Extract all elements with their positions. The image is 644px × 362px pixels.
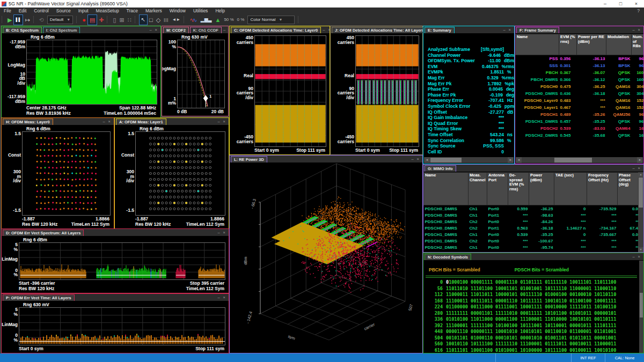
panel-close-icon[interactable]: × bbox=[636, 27, 642, 33]
recording-save-icon[interactable]: ▤ bbox=[87, 14, 97, 25]
panel-close-icon[interactable]: × bbox=[636, 254, 642, 260]
mimo-cell: PDSCH1_DMRS bbox=[424, 231, 469, 238]
scroll-left-icon[interactable]: ◄ bbox=[424, 157, 430, 163]
scroll-left-icon[interactable]: ◄ bbox=[516, 157, 522, 163]
scroll-right-icon[interactable]: ► bbox=[637, 157, 643, 163]
scroll-up-icon[interactable]: ▲ bbox=[638, 172, 643, 177]
tab-decoded-0[interactable]: N: Decoded Symbols bbox=[425, 254, 471, 260]
play-icon[interactable]: ▶ bbox=[6, 15, 13, 25]
x-axis-row-0: Start 0 symStop 111 sym bbox=[254, 147, 325, 153]
pause-icon[interactable]: ▌▌ bbox=[13, 14, 23, 25]
panel-close-icon[interactable]: × bbox=[153, 27, 159, 33]
tab-errtime-0[interactable]: P: OFDM Err Vect Time: All Layers bbox=[3, 294, 75, 301]
x-label-right-0: Stop 395 carrier bbox=[190, 280, 224, 286]
minimize-button[interactable]: – bbox=[597, 0, 613, 8]
scroll-thumb[interactable] bbox=[430, 158, 462, 162]
table-row: PDSCH0_DMRSCh1Port1***-98.63********* bbox=[424, 212, 644, 218]
peak-icon[interactable]: ▲ bbox=[213, 15, 222, 25]
menu-item-window[interactable]: Window bbox=[166, 8, 189, 14]
tab-power3d-0[interactable]: L: RE Power 3D bbox=[231, 156, 267, 162]
tab-ccdf-0[interactable]: M: CCDF2 bbox=[163, 27, 189, 33]
tab-spec-1[interactable]: I: Ch2 Spectrum bbox=[43, 27, 80, 33]
wave-trace2-icon[interactable]: ∿ bbox=[191, 15, 199, 25]
panel-minimize-icon[interactable]: – bbox=[216, 230, 221, 236]
tab-alloc0-0[interactable]: C: OFDM Detected Allocations Time: Layer… bbox=[231, 27, 321, 33]
menu-item-input[interactable]: Input bbox=[75, 8, 92, 14]
decoded-vscrollbar[interactable] bbox=[639, 261, 643, 353]
tab-spec-0[interactable]: B: Ch1 Spectrum bbox=[3, 27, 42, 33]
panel-minimize-icon[interactable]: – bbox=[101, 119, 106, 125]
mimo-vscrollbar[interactable]: ▲▼ bbox=[638, 172, 643, 252]
restart-icon[interactable]: ⟲ bbox=[38, 15, 46, 25]
frame-hscrollbar[interactable]: ◄► bbox=[516, 157, 643, 163]
decoded-row-bits: 11100011 00111011 00001110 10111111 1001… bbox=[446, 298, 616, 304]
scroll-down-icon[interactable]: ▼ bbox=[638, 247, 643, 252]
y-axis-label-0: 1.5 bbox=[128, 131, 134, 136]
select-cursor-icon[interactable]: ↖ bbox=[139, 14, 148, 25]
help-shortcut[interactable]: ? bbox=[637, 8, 644, 13]
marker-pair-icon[interactable]: ◄► bbox=[170, 15, 182, 25]
maximize-button[interactable]: □ bbox=[613, 0, 628, 8]
panel-close-icon[interactable]: × bbox=[107, 119, 112, 125]
range-label: Rng 6 dBm bbox=[140, 126, 164, 131]
scroll-right-icon[interactable]: ► bbox=[508, 157, 514, 163]
menu-item-meassetup[interactable]: MeasSetup bbox=[92, 8, 123, 14]
panel-close-icon[interactable]: × bbox=[222, 294, 227, 301]
panel-close-icon[interactable]: × bbox=[636, 165, 642, 172]
tab-ccdf-1[interactable]: K: Ch1 CCDF bbox=[190, 27, 222, 33]
menu-item-markers[interactable]: Markers bbox=[142, 8, 166, 14]
panel-close-icon[interactable]: × bbox=[415, 156, 421, 162]
menu-item-edit[interactable]: Edit bbox=[15, 8, 31, 14]
menu-item-utilities[interactable]: Utilities bbox=[189, 8, 211, 14]
panel-minimize-icon[interactable]: – bbox=[216, 294, 221, 301]
panel-close-icon[interactable]: × bbox=[222, 119, 227, 125]
tab-allocAll-0[interactable]: J: OFDM Detected Allocations Time: All L… bbox=[332, 27, 431, 33]
tab-mimo-0[interactable]: G: MIMO Info bbox=[425, 165, 456, 172]
panel-minimize-icon[interactable]: – bbox=[409, 156, 415, 162]
panel-minimize-icon[interactable]: – bbox=[631, 254, 636, 260]
toolbar-grip bbox=[76, 16, 79, 23]
histogram-icon[interactable]: ▂▆▃ bbox=[199, 15, 214, 25]
tab-meas1-0[interactable]: A: OFDM Meas: Layer1 bbox=[116, 119, 166, 125]
panel-minimize-icon[interactable]: – bbox=[222, 27, 227, 33]
summary-hscrollbar[interactable]: ◄► bbox=[424, 157, 514, 163]
summary-row: Sync Correlation99.586% bbox=[423, 138, 514, 144]
scroll-thumb[interactable] bbox=[640, 293, 643, 317]
zoom-box-icon[interactable]: □ bbox=[148, 15, 155, 25]
panel-minimize-icon[interactable]: – bbox=[631, 165, 636, 172]
grid-layout-icon[interactable]: ⊞ bbox=[118, 15, 126, 25]
scroll-thumb[interactable] bbox=[639, 178, 643, 208]
summary-unit: % bbox=[504, 69, 511, 75]
menu-item-control[interactable]: Control bbox=[30, 8, 52, 14]
record-icon[interactable]: ● bbox=[80, 15, 87, 25]
panel-close-icon[interactable]: × bbox=[507, 27, 513, 33]
tab-meas0-0[interactable]: H: OFDM Meas: Layer0 bbox=[3, 119, 53, 125]
panel-minimize-icon[interactable]: – bbox=[321, 27, 326, 33]
y-axis-label-3: -450 carriers bbox=[338, 135, 354, 144]
tab-errspec-0[interactable]: D: OFDM Err Vect Spectrum: All Layers bbox=[3, 230, 84, 236]
trace-layout-icon[interactable]: ∷ bbox=[126, 15, 133, 25]
panel-minimize-icon[interactable]: – bbox=[216, 119, 221, 125]
marker-lines-icon[interactable]: ||| bbox=[162, 15, 170, 25]
frame-cell: QAM16 bbox=[606, 83, 632, 90]
menu-item-source[interactable]: Source bbox=[53, 8, 75, 14]
menu-item-help[interactable]: Help bbox=[211, 8, 228, 14]
panel-close-icon[interactable]: × bbox=[222, 230, 227, 236]
menu-item-trace[interactable]: Trace bbox=[123, 8, 142, 14]
tab-summary-0[interactable]: E: Summary bbox=[425, 27, 455, 33]
single-step-icon[interactable]: ↦ bbox=[23, 15, 31, 25]
marker-diamond-icon[interactable]: ◇ bbox=[155, 15, 162, 25]
panel-minimize-icon[interactable]: – bbox=[501, 27, 507, 33]
tab-frame-0[interactable]: F: Frame Summary bbox=[516, 27, 559, 33]
mimo-cell: -36.18 bbox=[529, 225, 554, 231]
scroll-thumb[interactable] bbox=[554, 158, 592, 162]
recording-close-icon[interactable]: ✚ bbox=[97, 15, 105, 25]
window-layout-icon[interactable]: ▯ bbox=[111, 15, 118, 25]
close-button[interactable]: × bbox=[628, 0, 644, 8]
color-mode-dropdown[interactable]: Color Normal ▼ bbox=[247, 16, 295, 24]
panel-minimize-icon[interactable]: – bbox=[148, 27, 153, 33]
preset-dropdown[interactable]: Default ▼ bbox=[47, 16, 73, 24]
panel-minimize-icon[interactable]: – bbox=[631, 27, 636, 33]
menu-item-file[interactable]: File bbox=[0, 8, 15, 14]
y-axis-label-3: -1.5 bbox=[126, 208, 134, 213]
